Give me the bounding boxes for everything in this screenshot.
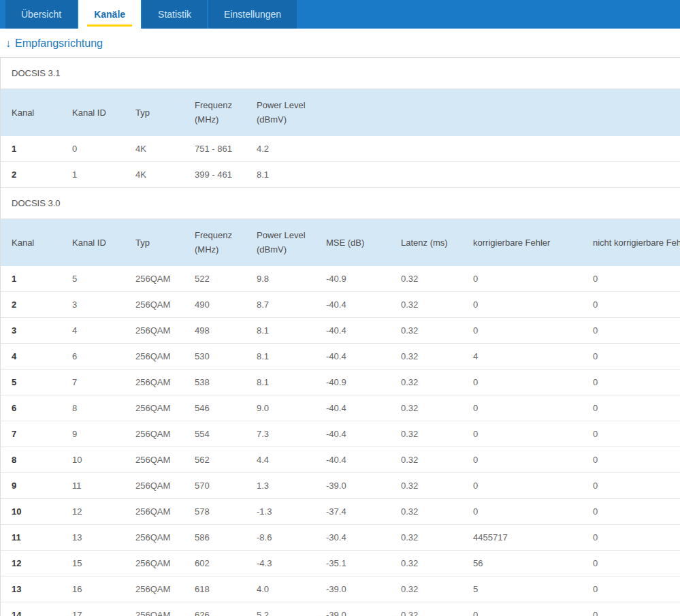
cell: 256QAM xyxy=(125,524,184,550)
cell: 554 xyxy=(184,421,246,447)
down-arrow-icon: ↓ xyxy=(5,37,11,50)
docsis31-table-body: 104K751 - 8614.2214K399 - 4618.1 xyxy=(1,136,680,188)
cell: 256QAM xyxy=(125,291,184,317)
cell: 0 xyxy=(462,498,582,524)
cell: 9 xyxy=(61,421,125,447)
cell: 602 xyxy=(184,550,246,576)
cell-kanal: 9 xyxy=(1,472,61,498)
column-header xyxy=(582,89,680,136)
cell: 0.32 xyxy=(390,576,462,602)
cell: 12 xyxy=(61,498,125,524)
cell xyxy=(582,136,680,162)
column-header xyxy=(390,89,462,136)
cell-kanal: 6 xyxy=(1,395,61,421)
cell: 751 - 861 xyxy=(184,136,246,162)
cell: 17 xyxy=(61,602,125,616)
column-header: Frequenz (MHz) xyxy=(184,218,246,265)
cell: 0 xyxy=(582,266,680,292)
cell: -40.4 xyxy=(315,317,390,343)
docsis31-section-title-row: DOCSIS 3.1 xyxy=(1,58,680,89)
tab-kanaele[interactable]: Kanäle xyxy=(78,0,141,29)
table-row: 1012256QAM578-1.3-37.40.3200 xyxy=(1,498,680,524)
table-row: 23256QAM4908.7-40.40.3200 xyxy=(1,291,680,317)
tab-statistik[interactable]: Statistik xyxy=(142,0,207,29)
cell: 8.7 xyxy=(246,291,315,317)
tab-einstellungen[interactable]: Einstellungen xyxy=(208,0,297,29)
cell: 8 xyxy=(61,395,125,421)
cell: 0 xyxy=(582,395,680,421)
cell: 4K xyxy=(125,136,184,162)
channels-table-container: DOCSIS 3.1 KanalKanal IDTypFrequenz (MHz… xyxy=(0,57,680,616)
cell-kanal: 7 xyxy=(1,421,61,447)
cell-kanal: 12 xyxy=(1,550,61,576)
cell: 4 xyxy=(462,343,582,369)
cell: -40.4 xyxy=(315,343,390,369)
cell: 522 xyxy=(184,266,246,292)
cell: 8.1 xyxy=(246,369,315,395)
cell: 626 xyxy=(184,602,246,616)
cell: 9.8 xyxy=(246,266,315,292)
cell-kanal: 1 xyxy=(1,266,61,292)
cell: -1.3 xyxy=(246,498,315,524)
cell-kanal: 10 xyxy=(1,498,61,524)
cell xyxy=(462,161,582,187)
cell: 13 xyxy=(61,524,125,550)
cell: 570 xyxy=(184,472,246,498)
column-header xyxy=(462,89,582,136)
channels-table: DOCSIS 3.1 KanalKanal IDTypFrequenz (MHz… xyxy=(1,58,680,616)
cell: 256QAM xyxy=(125,602,184,616)
docsis30-header-row: KanalKanal IDTypFrequenz (MHz)Power Leve… xyxy=(1,218,680,265)
cell: 256QAM xyxy=(125,421,184,447)
table-row: 810256QAM5624.4-40.40.3200 xyxy=(1,447,680,472)
cell: -30.4 xyxy=(315,524,390,550)
cell: 16 xyxy=(61,576,125,602)
cell: 0 xyxy=(61,136,125,162)
tab-uebersicht[interactable]: Übersicht xyxy=(5,0,77,29)
cell: 256QAM xyxy=(125,550,184,576)
cell-kanal: 3 xyxy=(1,317,61,343)
cell xyxy=(390,161,462,187)
cell: 399 - 461 xyxy=(184,161,246,187)
table-row: 214K399 - 4618.1 xyxy=(1,161,680,187)
cell: 4K xyxy=(125,161,184,187)
cell: 5.2 xyxy=(246,602,315,616)
cell: 0 xyxy=(462,291,582,317)
cell: 0 xyxy=(462,266,582,292)
cell: -40.9 xyxy=(315,266,390,292)
column-header: Kanal ID xyxy=(61,218,125,265)
top-navbar: ÜbersichtKanäleStatistikEinstellungen xyxy=(0,0,680,29)
cell: 498 xyxy=(184,317,246,343)
page-title: ↓ Empfangsrichtung xyxy=(5,37,675,50)
cell: 0.32 xyxy=(390,602,462,616)
table-row: 1316256QAM6184.0-39.00.3250 xyxy=(1,576,680,602)
table-row: 15256QAM5229.8-40.90.3200 xyxy=(1,266,680,292)
column-header: Power Level (dBmV) xyxy=(246,218,315,265)
cell: 0 xyxy=(582,472,680,498)
table-row: 1113256QAM586-8.6-30.40.3244557170 xyxy=(1,524,680,550)
cell-kanal: 1 xyxy=(1,136,61,162)
cell: 5 xyxy=(61,266,125,292)
column-header: Kanal xyxy=(1,89,61,136)
column-header: Kanal xyxy=(1,218,61,265)
cell: 578 xyxy=(184,498,246,524)
cell: 8.1 xyxy=(246,161,315,187)
cell xyxy=(315,136,390,162)
cell: 10 xyxy=(61,447,125,472)
cell-kanal: 14 xyxy=(1,602,61,616)
cell: 8.1 xyxy=(246,317,315,343)
docsis30-table-body: 15256QAM5229.8-40.90.320023256QAM4908.7-… xyxy=(1,266,680,616)
cell: 256QAM xyxy=(125,369,184,395)
cell: 0.32 xyxy=(390,498,462,524)
cell: 9.0 xyxy=(246,395,315,421)
cell: 0 xyxy=(582,291,680,317)
table-row: 46256QAM5308.1-40.40.3240 xyxy=(1,343,680,369)
cell: 5 xyxy=(462,576,582,602)
cell xyxy=(582,161,680,187)
cell: 490 xyxy=(184,291,246,317)
cell: 0.32 xyxy=(390,550,462,576)
cell: 1 xyxy=(61,161,125,187)
cell-kanal: 2 xyxy=(1,291,61,317)
table-row: 1215256QAM602-4.3-35.10.32560 xyxy=(1,550,680,576)
cell-kanal: 5 xyxy=(1,369,61,395)
cell: 0.32 xyxy=(390,317,462,343)
